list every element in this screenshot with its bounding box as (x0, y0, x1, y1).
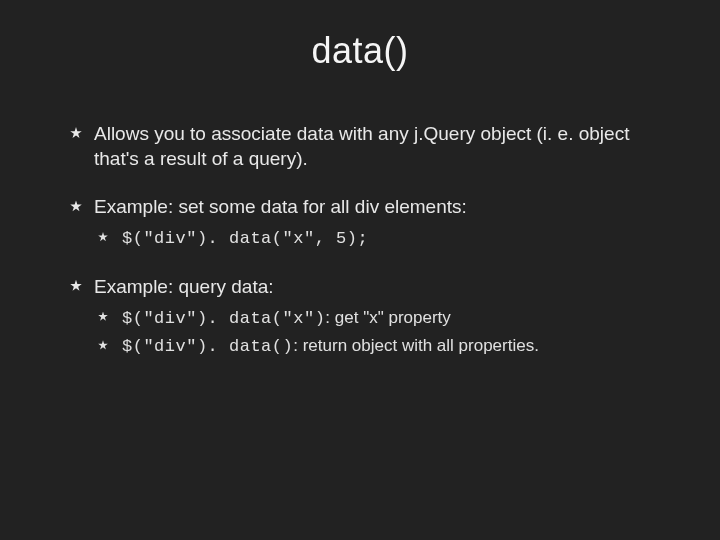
bullet-text: Example: query data: (94, 276, 274, 297)
slide-content: Allows you to associate data with any j.… (0, 122, 720, 359)
slide-title: data() (0, 30, 720, 72)
code-snippet: $("div"). data("x") (122, 309, 325, 328)
bullet-text: : return object with all properties. (293, 336, 539, 355)
list-item: $("div"). data("x"): get "x" property (98, 306, 660, 331)
list-item: Example: set some data for all div eleme… (70, 195, 660, 250)
bullet-text: Allows you to associate data with any j.… (94, 123, 629, 169)
slide: data() Allows you to associate data with… (0, 0, 720, 540)
bullet-text: Example: set some data for all div eleme… (94, 196, 467, 217)
bullet-list: Allows you to associate data with any j.… (70, 122, 660, 359)
sub-bullet-list: $("div"). data("x"): get "x" property $(… (94, 306, 660, 360)
code-snippet: $("div"). data("x", 5); (122, 229, 368, 248)
list-item: Example: query data: $("div"). data("x")… (70, 275, 660, 359)
code-snippet: $("div"). data() (122, 337, 293, 356)
bullet-text: : get "x" property (325, 308, 450, 327)
list-item: Allows you to associate data with any j.… (70, 122, 660, 171)
list-item: $("div"). data(): return object with all… (98, 334, 660, 359)
list-item: $("div"). data("x", 5); (98, 226, 660, 251)
sub-bullet-list: $("div"). data("x", 5); (94, 226, 660, 251)
